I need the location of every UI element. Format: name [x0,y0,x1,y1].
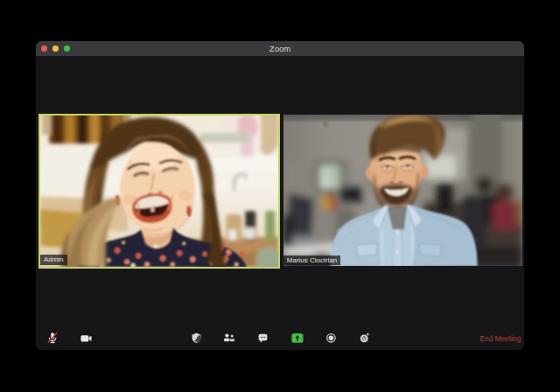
svg-text:End Meeting: End Meeting [480,334,522,343]
